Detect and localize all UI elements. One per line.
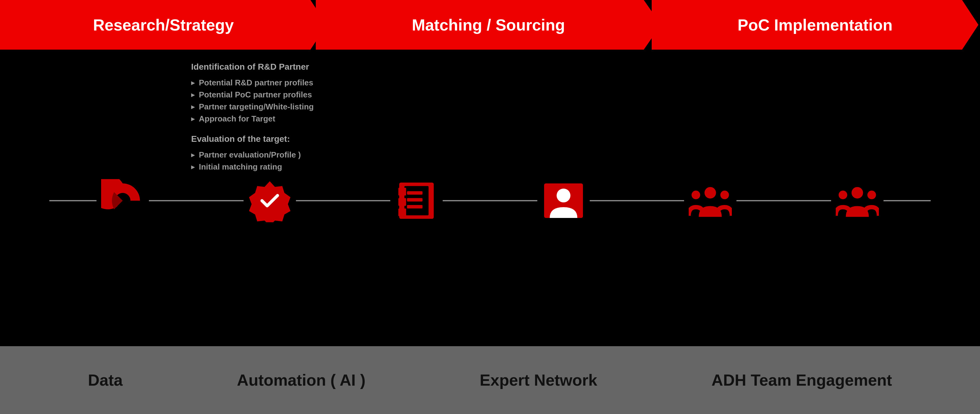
svg-point-11 [705, 187, 716, 199]
group-icon-2 [836, 179, 879, 222]
timeline-row [0, 167, 980, 235]
bullet-2: Potential PoC partner profiles [191, 89, 469, 101]
bottom-label-automation: Automation ( AI ) [237, 371, 366, 389]
section1-list: Potential R&D partner profiles Potential… [191, 77, 469, 125]
banner-arrow-matching: Matching / Sourcing [327, 0, 662, 49]
badge-check-icon [248, 179, 291, 222]
bullet-1: Potential R&D partner profiles [191, 77, 469, 89]
svg-point-14 [851, 187, 863, 199]
bullet-3: Partner targeting/White-listing [191, 101, 469, 113]
svg-rect-8 [398, 209, 406, 216]
section2-title: Evaluation of the target: [191, 134, 469, 144]
icon-group-2 [831, 175, 883, 227]
icon-profile-box [537, 175, 590, 227]
svg-rect-7 [398, 198, 406, 206]
banner-label-poc: PoC Implementation [713, 16, 917, 34]
svg-rect-6 [398, 188, 406, 196]
bottom-label-data: Data [88, 371, 123, 389]
icon-data [97, 175, 149, 227]
bottom-label-adh: ADH Team Engagement [711, 371, 892, 389]
svg-rect-5 [407, 205, 422, 209]
svg-point-16 [867, 191, 876, 199]
banner-arrow-research: Research/Strategy [0, 0, 327, 49]
banner-label-research: Research/Strategy [68, 16, 259, 34]
profile-box-icon [542, 179, 585, 222]
banner-arrow-poc: PoC Implementation [662, 0, 980, 49]
svg-rect-4 [407, 198, 422, 202]
bottom-bar: Data Automation ( AI ) Expert Network AD… [0, 346, 980, 414]
top-banner: Research/Strategy Matching / Sourcing Po… [0, 0, 980, 49]
bullet-4: Approach for Target [191, 113, 469, 125]
icon-checklist [390, 175, 443, 227]
svg-point-10 [557, 189, 570, 202]
svg-point-13 [721, 191, 729, 199]
bottom-label-expert: Expert Network [480, 371, 597, 389]
timeline-icons [0, 175, 980, 227]
main-container: Research/Strategy Matching / Sourcing Po… [0, 0, 980, 414]
group-icon-1 [689, 179, 732, 222]
icon-badge-check [243, 175, 296, 227]
svg-point-15 [838, 191, 847, 199]
content-area: Identification of R&D Partner Potential … [0, 49, 980, 346]
matching-text-block: Identification of R&D Partner Potential … [191, 62, 469, 182]
pie-chart-icon [101, 179, 144, 222]
svg-point-12 [692, 191, 700, 199]
section1-title: Identification of R&D Partner [191, 62, 469, 72]
list-check-icon [395, 179, 438, 222]
icon-group-1 [684, 175, 737, 227]
bullet-5: Partner evaluation/Profile ) [191, 149, 469, 161]
banner-label-matching: Matching / Sourcing [387, 16, 590, 34]
svg-rect-3 [407, 191, 422, 194]
